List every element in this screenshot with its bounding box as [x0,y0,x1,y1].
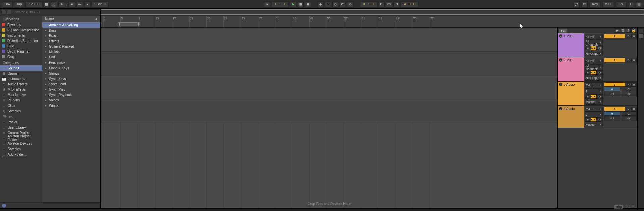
overload-indicator[interactable]: D [629,1,634,7]
track-title[interactable]: ⌄4 Audio [558,106,584,128]
monitor-in-button[interactable]: In [585,70,590,75]
loop-brace[interactable] [118,22,140,26]
output-select[interactable]: No Output▼ [585,75,603,81]
key-map-button[interactable]: Key [590,1,600,7]
track-title[interactable]: ⌄2 MIDI [558,57,584,81]
monitor-off-button[interactable]: Off [597,117,603,122]
content-folder-item[interactable]: ▸Ambient & Evolving [42,22,100,28]
monitor-in-button[interactable]: In [585,46,590,50]
search-input[interactable] [13,10,100,14]
loop-start-handle[interactable] [118,23,120,26]
category-item[interactable]: ♫Samples [0,108,42,114]
arrangement-view-selector-icon[interactable] [639,34,643,38]
track-fold-icon[interactable]: ⌄ [559,58,562,62]
follow-icon[interactable] [264,1,270,7]
browser-collapse-icon[interactable] [1,10,6,15]
arm-button[interactable] [631,107,637,111]
category-item[interactable]: ⚙MIDI Effects [0,87,42,92]
menu-icon[interactable] [636,1,642,7]
io-section-icon[interactable]: ⧉ [621,28,625,33]
metronome-menu-icon[interactable] [84,1,90,7]
play-button[interactable] [290,1,296,7]
track-pan[interactable]: 0 [604,111,620,116]
collection-item[interactable]: Blue [0,43,42,49]
draw-mode-icon[interactable] [574,1,580,7]
track-lane[interactable] [101,100,557,122]
content-folder-item[interactable]: ▸Synth Keys [42,76,100,81]
nudge-down-icon[interactable] [44,1,50,7]
track-pan-mode[interactable]: C [621,87,637,91]
content-folder-item[interactable]: ▸Mallets [42,49,100,54]
monitor-auto-button[interactable]: Auto [591,94,597,99]
category-item[interactable]: ▭Clips [0,103,42,108]
track-pan[interactable]: 0 [604,87,620,91]
content-folder-item[interactable]: ▸Synth Misc [42,87,100,92]
category-item[interactable]: 🎹Instruments [0,76,42,81]
monitor-off-button[interactable]: Off [597,46,603,50]
solo-button[interactable]: S [626,107,631,111]
reenable-automation-icon[interactable] [332,1,338,7]
set-button[interactable]: Set [559,29,567,33]
track-title[interactable]: ⌄3 Audio [558,82,584,106]
collection-item[interactable]: EQ and Compression [0,27,42,33]
loop-switch-icon[interactable] [386,1,392,7]
content-folder-item[interactable]: ▸Winds [42,103,100,108]
info-icon[interactable]: i [2,204,6,208]
track-fold-icon[interactable]: ⌄ [559,83,562,86]
input-type-select[interactable]: All Ins▼ [585,58,603,64]
capture-icon[interactable] [340,1,346,7]
tempo-field[interactable]: 120.00 [25,1,42,7]
solo-button[interactable]: S [626,82,631,87]
link-button[interactable]: Link [2,1,13,7]
track-activator-button[interactable]: 1 [604,34,625,38]
category-item[interactable]: ♪Sounds [0,65,42,71]
computer-midi-icon[interactable] [582,1,588,7]
monitor-off-button[interactable]: Off [597,70,603,75]
output-select[interactable]: Master▼ [585,122,603,127]
track-lane[interactable] [101,76,557,100]
place-item[interactable]: ▭Packs [0,119,42,125]
content-folder-item[interactable]: ▸Voices [42,97,100,103]
content-name-header[interactable]: Name▲ [42,16,100,22]
content-folder-item[interactable]: ▸Percussive [42,60,100,65]
loop-end-handle[interactable] [138,23,140,26]
content-folder-item[interactable]: ▸Bass [42,28,100,33]
place-item[interactable]: ▭Samples [0,146,42,152]
collection-item[interactable]: Gray [0,54,42,59]
content-folder-item[interactable]: ▸Strings [42,71,100,76]
content-folder-item[interactable]: ▸Pad [42,54,100,60]
content-folder-item[interactable]: ▸Synth Rhythmic [42,92,100,97]
content-folder-item[interactable]: ▸Piano & Keys [42,65,100,71]
solo-button[interactable]: S [626,58,631,62]
solo-button[interactable]: S [626,34,631,38]
content-folder-item[interactable]: ▸Synth Lead [42,81,100,87]
arm-button[interactable] [631,34,637,38]
category-item[interactable]: ∿Audio Effects [0,81,42,87]
punch-out-icon[interactable] [393,1,399,7]
loop-length[interactable]: 4 . 0 . 0 [401,1,418,7]
track-activator-button[interactable]: 3 [604,82,625,87]
detail-view-handle[interactable] [0,208,644,211]
track-volume[interactable]: -inf [604,92,620,96]
content-folder-item[interactable]: ▸Guitar & Plucked [42,44,100,49]
track-volume[interactable]: -inf [604,116,620,120]
overdub-icon[interactable] [318,1,324,7]
arrangement-overview[interactable] [101,9,644,16]
arm-button[interactable] [631,82,637,87]
input-type-select[interactable]: Ext. In▼ [585,82,603,88]
track-lane[interactable] [101,52,557,76]
session-view-selector-icon[interactable] [639,28,643,33]
output-select[interactable]: Master▼ [585,99,603,105]
content-folder-item[interactable]: ▸Effects [42,38,100,44]
collection-item[interactable]: Favorites [0,22,42,27]
track-activator-button[interactable]: 4 [604,107,625,111]
track-title[interactable]: ⌄1 MIDI [558,33,584,57]
time-sig-den[interactable]: 4 [69,1,75,7]
monitor-in-button[interactable]: In [585,117,590,122]
nudge-up-icon[interactable] [51,1,57,7]
track-fold-icon[interactable]: ⌄ [559,34,562,38]
category-item[interactable]: ◳Max for Live [0,92,42,97]
monitor-auto-button[interactable]: Auto [591,70,597,75]
monitor-off-button[interactable]: Off [597,94,603,99]
content-folder-item[interactable]: ▸Brass [42,33,100,38]
